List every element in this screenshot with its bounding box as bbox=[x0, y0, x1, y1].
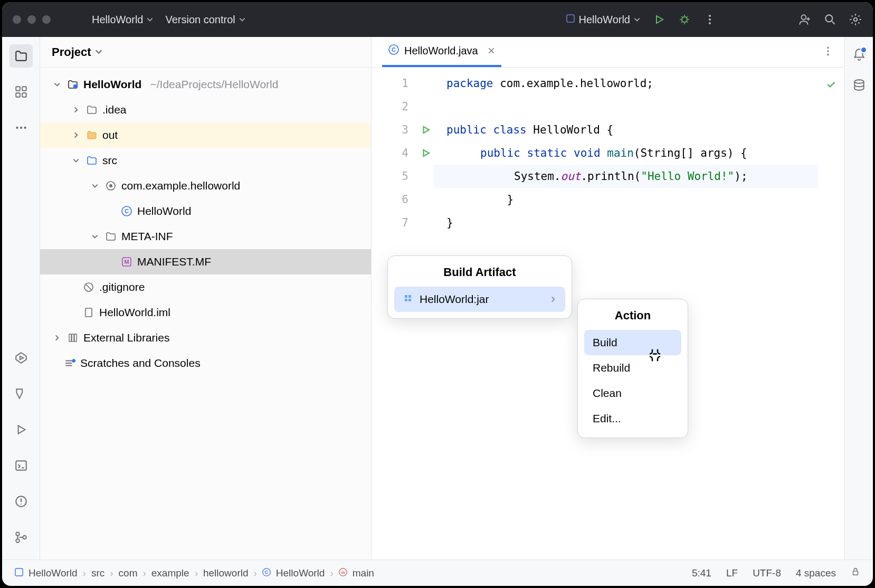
svg-rect-41 bbox=[15, 568, 23, 576]
chevron-right-icon: › bbox=[254, 567, 257, 579]
indent[interactable]: 4 spaces bbox=[796, 567, 836, 579]
artifact-label: HelloWorld:jar bbox=[420, 293, 489, 306]
svg-point-24 bbox=[109, 184, 112, 187]
editor-tab[interactable]: C HelloWorld.java bbox=[382, 37, 501, 67]
module-icon bbox=[15, 567, 23, 579]
search-everywhere-button[interactable] bbox=[823, 13, 837, 26]
tree-label: out bbox=[102, 129, 118, 141]
chevron-down-icon bbox=[146, 14, 154, 26]
chevron-down-icon bbox=[94, 45, 103, 59]
svg-point-3 bbox=[709, 18, 711, 21]
tree-item-metainf[interactable]: META-INF bbox=[40, 224, 371, 249]
svg-marker-15 bbox=[16, 353, 26, 363]
action-clean[interactable]: Clean bbox=[584, 381, 681, 406]
class-icon: C bbox=[388, 44, 399, 58]
project-tool-button[interactable] bbox=[9, 44, 33, 68]
tree-item-out[interactable]: out bbox=[40, 122, 371, 148]
action-rebuild[interactable]: Rebuild bbox=[584, 355, 681, 381]
terminal-tool-button[interactable] bbox=[9, 454, 33, 477]
tree-external-libs[interactable]: External Libraries bbox=[40, 325, 371, 350]
tree-label: Scratches and Consoles bbox=[80, 357, 201, 369]
svg-point-19 bbox=[16, 532, 20, 536]
code-with-me-button[interactable] bbox=[798, 13, 812, 26]
panel-title: Project bbox=[52, 45, 91, 59]
svg-point-5 bbox=[802, 15, 806, 20]
tree-item-manifest[interactable]: M MANIFEST.MF bbox=[40, 249, 371, 274]
close-window[interactable] bbox=[13, 15, 21, 24]
tree-item-gitignore[interactable]: .gitignore bbox=[40, 274, 371, 300]
tree-item-iml[interactable]: HelloWorld.iml bbox=[40, 300, 371, 325]
project-selector[interactable]: HelloWorld bbox=[92, 14, 154, 26]
chevron-right-icon: › bbox=[142, 567, 146, 579]
code-editor[interactable]: 1 2 3 4 5 6 7 packag bbox=[372, 68, 844, 234]
module-icon bbox=[66, 78, 79, 91]
svg-text:C: C bbox=[265, 570, 269, 575]
line-gutter: 1 2 3 4 5 6 7 bbox=[372, 72, 418, 234]
encoding[interactable]: UTF-8 bbox=[753, 567, 781, 579]
project-panel-header[interactable]: Project bbox=[40, 37, 371, 68]
line-separator[interactable]: LF bbox=[726, 567, 738, 579]
run-line-icon[interactable] bbox=[418, 141, 434, 165]
tree-root[interactable]: HelloWorld ~/IdeaProjects/HelloWorld bbox=[40, 72, 371, 97]
chevron-right-icon: › bbox=[110, 567, 113, 579]
notifications-button[interactable] bbox=[852, 48, 866, 63]
tree-item-src[interactable]: src bbox=[40, 148, 371, 173]
maximize-window[interactable] bbox=[42, 15, 51, 24]
run-line-icon[interactable] bbox=[418, 118, 434, 141]
tab-label: HelloWorld.java bbox=[404, 45, 478, 57]
action-popup: Action Build Rebuild Clean Edit... bbox=[577, 299, 688, 438]
svg-rect-17 bbox=[16, 461, 26, 470]
svg-point-1 bbox=[682, 17, 687, 22]
minimize-window[interactable] bbox=[27, 15, 36, 24]
tree-scratches[interactable]: Scratches and Consoles bbox=[40, 350, 371, 376]
svg-rect-8 bbox=[16, 87, 20, 91]
tree-label: com.example.helloworld bbox=[121, 179, 240, 192]
popup-title: Action bbox=[584, 309, 681, 323]
build-tool-button[interactable] bbox=[9, 382, 33, 405]
svg-point-39 bbox=[827, 53, 829, 55]
tree-path: ~/IdeaProjects/HelloWorld bbox=[150, 78, 278, 91]
vcs-tool-button[interactable] bbox=[9, 526, 33, 549]
more-actions-button[interactable] bbox=[703, 13, 717, 26]
inspection-ok-icon[interactable] bbox=[818, 72, 844, 234]
services-tool-button[interactable] bbox=[9, 346, 33, 369]
chevron-right-icon bbox=[71, 131, 81, 139]
tree-item-class[interactable]: C HelloWorld bbox=[40, 198, 371, 224]
window-controls bbox=[13, 15, 51, 24]
more-tool-button[interactable] bbox=[9, 116, 33, 139]
vcs-menu[interactable]: Version control bbox=[165, 14, 245, 26]
close-tab-button[interactable] bbox=[488, 45, 495, 57]
tree-item-idea[interactable]: .idea bbox=[40, 97, 371, 122]
svg-point-12 bbox=[16, 127, 18, 129]
chevron-right-icon bbox=[549, 293, 557, 306]
left-toolbar bbox=[2, 37, 40, 559]
tab-more-button[interactable] bbox=[822, 45, 834, 59]
structure-tool-button[interactable] bbox=[9, 80, 33, 103]
run-button[interactable] bbox=[652, 13, 666, 26]
method-icon: m bbox=[339, 567, 347, 579]
chevron-down-icon bbox=[90, 182, 100, 189]
svg-rect-9 bbox=[22, 87, 26, 91]
svg-point-38 bbox=[827, 50, 829, 52]
debug-button[interactable] bbox=[678, 13, 691, 26]
svg-point-6 bbox=[825, 15, 832, 22]
database-tool-button[interactable] bbox=[852, 78, 866, 94]
problems-tool-button[interactable] bbox=[9, 490, 33, 513]
run-tool-button[interactable] bbox=[9, 418, 33, 441]
tree-label: META-INF bbox=[121, 230, 173, 243]
svg-rect-48 bbox=[408, 295, 411, 298]
tree-label: External Libraries bbox=[83, 331, 169, 344]
folder-icon bbox=[104, 230, 117, 243]
settings-button[interactable] bbox=[849, 13, 862, 26]
cursor-position[interactable]: 5:41 bbox=[692, 567, 711, 579]
run-config-selector[interactable]: HelloWorld bbox=[565, 13, 641, 26]
class-icon: C bbox=[262, 567, 271, 579]
breadcrumb[interactable]: HelloWorld › src › com › example › hello… bbox=[15, 567, 374, 579]
vcs-label: Version control bbox=[165, 14, 235, 26]
svg-rect-10 bbox=[16, 93, 20, 97]
artifact-item[interactable]: HelloWorld:jar bbox=[394, 287, 565, 312]
tree-item-package[interactable]: com.example.helloworld bbox=[40, 173, 371, 198]
action-build[interactable]: Build bbox=[584, 330, 681, 355]
readonly-toggle[interactable] bbox=[851, 567, 860, 579]
action-edit[interactable]: Edit... bbox=[584, 406, 681, 431]
